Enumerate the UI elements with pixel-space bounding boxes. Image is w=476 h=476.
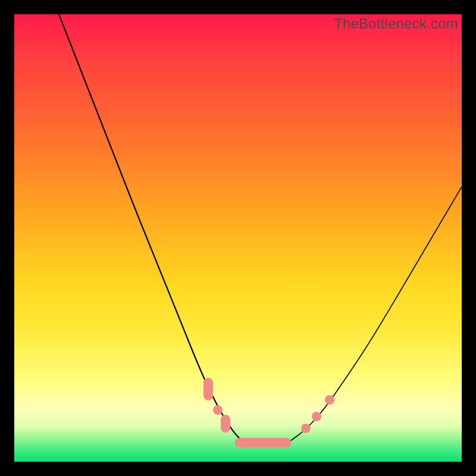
watermark-text: TheBottleneck.com (334, 15, 458, 32)
marker-dot (312, 412, 321, 421)
marker-dot (325, 395, 334, 405)
data-markers (14, 14, 462, 462)
marker-pill-vertical (221, 415, 230, 433)
marker-pill-horizontal (235, 438, 292, 447)
marker-pill-vertical (203, 378, 213, 400)
chart-area: TheBottleneck.com (14, 14, 462, 462)
marker-dot (213, 405, 223, 415)
marker-dot (301, 424, 311, 433)
